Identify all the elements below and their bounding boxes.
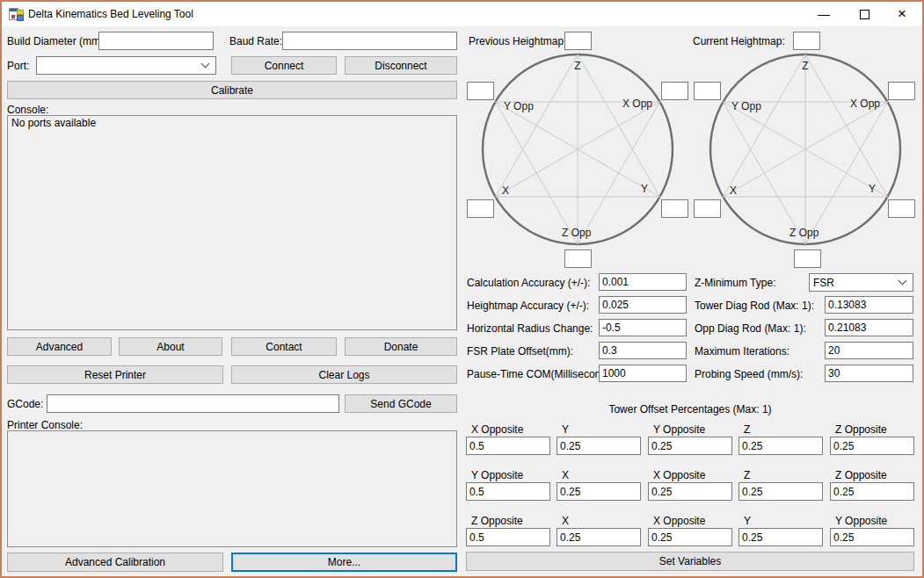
tower-offset-input[interactable] [557, 482, 641, 501]
more-button[interactable]: More... [231, 553, 457, 572]
tower-offsets-title: Tower Offset Percentages (Max: 1) [466, 403, 914, 415]
star-diagram [709, 53, 902, 246]
tower-offset-input[interactable] [830, 437, 914, 455]
opp-diag-rod-label: Opp Diag Rod (Max: 1): [695, 322, 806, 335]
chevron-down-icon [899, 277, 907, 285]
baud-rate-input[interactable] [282, 32, 457, 50]
tower-offset-input[interactable] [466, 528, 550, 546]
heightmap-accuracy-input[interactable] [599, 296, 687, 314]
tower-offset-input[interactable] [466, 482, 550, 501]
z-minimum-type-select[interactable]: FSR [809, 273, 913, 292]
current-heightmap-box-top[interactable] [793, 32, 820, 50]
current-heightmap-label: Current Heightmap: [693, 35, 785, 47]
pause-time-com-input[interactable] [599, 365, 687, 382]
current-heightmap-box-bottom[interactable] [794, 249, 821, 268]
about-button[interactable]: About [119, 337, 222, 356]
minimize-button[interactable]: — [804, 2, 844, 26]
tower-offset-label: X Opposite [653, 469, 705, 481]
title-bar[interactable]: Delta Kinematics Bed Leveling Tool — × [2, 2, 922, 26]
current-heightmap-box-upper-right[interactable] [888, 82, 915, 100]
current-heightmap-box-lower-left[interactable] [694, 199, 721, 218]
tower-offset-label: Y [744, 515, 751, 527]
node-label-x-opp: X Opp [850, 98, 880, 110]
pause-time-com-label: Pause-Time COM(Milliseconds): [467, 368, 618, 380]
console-label: Console: [7, 104, 48, 116]
probing-speed-input[interactable] [825, 365, 913, 382]
calculation-accuracy-input[interactable] [599, 273, 687, 291]
tower-offset-input[interactable] [648, 437, 732, 455]
tower-offset-input[interactable] [648, 482, 732, 501]
advanced-calibration-button[interactable]: Advanced Calibration [7, 553, 223, 572]
donate-button[interactable]: Donate [345, 337, 457, 356]
close-icon: × [898, 7, 906, 21]
disconnect-button[interactable]: Disconnect [345, 56, 457, 75]
contact-button[interactable]: Contact [231, 337, 337, 356]
maximum-iterations-input[interactable] [825, 342, 913, 359]
close-button[interactable]: × [882, 2, 922, 26]
previous-heightmap-box-upper-right[interactable] [661, 82, 688, 100]
z-minimum-type-value: FSR [813, 277, 834, 289]
tower-offset-label: Z [744, 469, 750, 481]
tower-offset-input[interactable] [830, 528, 914, 546]
previous-heightmap-box-lower-left[interactable] [467, 199, 494, 218]
maximum-iterations-label: Maximum Iterations: [695, 345, 789, 358]
connect-button[interactable]: Connect [231, 56, 337, 75]
tower-diag-rod-input[interactable] [825, 296, 913, 314]
advanced-button[interactable]: Advanced [7, 337, 112, 356]
star-diagram [481, 53, 674, 246]
clear-logs-button[interactable]: Clear Logs [231, 365, 457, 384]
tower-offset-label: Z [744, 423, 750, 436]
baud-rate-label: Baud Rate: [229, 35, 282, 47]
tower-offset-input[interactable] [738, 482, 823, 501]
previous-heightmap-box-lower-right[interactable] [661, 199, 688, 218]
maximize-button[interactable] [844, 2, 884, 26]
tower-offset-input[interactable] [738, 437, 823, 455]
set-variables-button[interactable]: Set Variables [466, 552, 914, 571]
opp-diag-rod-input[interactable] [825, 319, 913, 336]
tower-offset-label: Y Opposite [835, 515, 887, 527]
node-label-y-opp: Y Opp [731, 100, 761, 112]
node-label-z-opp: Z Opp [562, 227, 591, 239]
app-icon [9, 7, 23, 21]
tower-offset-label: X [562, 469, 569, 481]
printer-console-label: Printer Console: [7, 419, 83, 431]
probing-speed-label: Probing Speed (mm/s): [695, 368, 803, 380]
tower-offset-label: Z Opposite [471, 515, 523, 527]
printer-console-output[interactable] [7, 430, 457, 547]
tower-offset-input[interactable] [830, 482, 914, 501]
node-label-z-opp: Z Opp [789, 227, 819, 239]
node-label-x-opp: X Opp [622, 98, 652, 110]
tower-offset-input[interactable] [648, 528, 732, 546]
current-heightmap-box-lower-right[interactable] [888, 199, 915, 218]
console-output[interactable]: No ports available [7, 115, 457, 330]
node-label-z: Z [709, 60, 902, 72]
send-gcode-button[interactable]: Send GCode [345, 394, 457, 413]
tower-offset-label: X Opposite [653, 515, 705, 527]
port-select[interactable] [36, 56, 216, 75]
tower-offset-input[interactable] [557, 437, 641, 455]
horizontal-radius-change-input[interactable] [599, 319, 687, 336]
reset-printer-button[interactable]: Reset Printer [7, 365, 223, 384]
previous-heightmap-box-top[interactable] [564, 32, 592, 50]
previous-heightmap-box-bottom[interactable] [564, 249, 592, 268]
current-heightmap-box-upper-left[interactable] [694, 82, 721, 100]
gcode-input[interactable] [47, 394, 339, 413]
tower-offset-input[interactable] [557, 528, 641, 546]
tower-offset-input[interactable] [466, 437, 550, 455]
tower-offset-input[interactable] [738, 528, 823, 546]
calibrate-button[interactable]: Calibrate [7, 81, 457, 99]
previous-heightmap-label: Previous Heightmap: [469, 35, 566, 47]
window-title: Delta Kinematics Bed Leveling Tool [28, 8, 193, 20]
node-label-y-opp: Y Opp [504, 100, 534, 112]
build-diameter-label: Build Diameter (mm): [7, 35, 106, 47]
previous-heightmap-box-upper-left[interactable] [467, 82, 494, 100]
build-diameter-input[interactable] [98, 32, 214, 50]
tower-offset-label: X Opposite [471, 423, 523, 436]
tower-offset-label: X [562, 515, 569, 527]
node-label-x: X [502, 184, 509, 197]
maximize-icon [860, 10, 869, 19]
fsr-plate-offset-label: FSR Plate Offset(mm): [467, 345, 573, 358]
fsr-plate-offset-input[interactable] [599, 342, 687, 359]
tower-offset-label: Z Opposite [835, 423, 887, 436]
heightmap-accuracy-label: Heightmap Accuracy (+/-): [467, 300, 589, 312]
